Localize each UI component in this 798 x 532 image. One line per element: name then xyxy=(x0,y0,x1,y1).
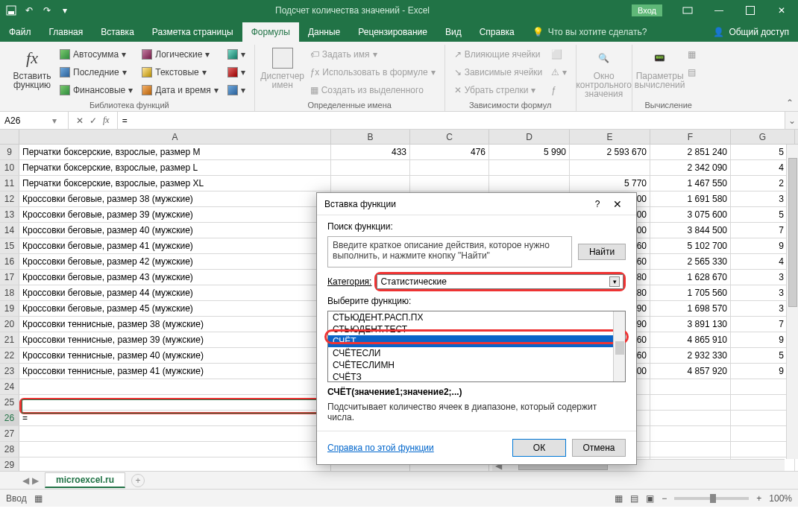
cell[interactable]: Перчатки боксерские, взрослые, размер L xyxy=(19,160,331,175)
view-layout-icon[interactable]: ▤ xyxy=(630,493,638,504)
row-header[interactable]: 10 xyxy=(0,160,19,175)
row-header[interactable]: 21 xyxy=(0,332,19,347)
sheet-next-icon[interactable]: ▶ xyxy=(32,475,39,486)
cell[interactable]: Кроссовки теннисные, размер 39 (мужские) xyxy=(19,332,331,347)
row-header[interactable]: 18 xyxy=(0,285,19,300)
col-header-a[interactable]: A xyxy=(19,130,331,144)
search-function-input[interactable]: Введите краткое описание действия, котор… xyxy=(327,236,572,267)
cell[interactable]: 2 565 330 xyxy=(650,254,731,269)
text-button[interactable]: Текстовые ▾ xyxy=(139,64,221,80)
row-header[interactable]: 24 xyxy=(0,379,19,394)
cell[interactable]: 5 990 xyxy=(489,145,570,159)
ribbon-display-icon[interactable] xyxy=(674,2,701,19)
vertical-scrollbar[interactable] xyxy=(786,145,798,459)
row-header[interactable]: 15 xyxy=(0,238,19,253)
formula-expand-icon[interactable]: ⌄ xyxy=(785,112,798,129)
name-box-input[interactable] xyxy=(4,115,49,126)
zoom-handle[interactable] xyxy=(710,494,716,503)
function-list-item[interactable]: СЧЁТЕСЛИ xyxy=(328,347,625,359)
cell[interactable] xyxy=(650,395,731,410)
menu-view[interactable]: Вид xyxy=(436,22,471,42)
cell[interactable]: 3 844 500 xyxy=(650,223,731,238)
function-listbox[interactable]: СТЬЮДЕНТ.РАСП.ПХСТЬЮДЕНТ.ТЕСТСЧЁТСЧЁТЕСЛ… xyxy=(327,311,626,382)
cell[interactable] xyxy=(650,411,731,425)
cell[interactable]: Кроссовки беговые, размер 44 (мужские) xyxy=(19,285,331,300)
row-header[interactable]: 27 xyxy=(0,426,19,441)
cell[interactable]: 5 770 xyxy=(570,176,650,191)
show-formulas-icon[interactable]: ⬜ xyxy=(548,46,569,63)
define-name-button[interactable]: 🏷Задать имя ▾ xyxy=(307,46,439,63)
more-fn-button[interactable]: ▾ xyxy=(224,82,248,98)
cell[interactable]: 2 593 670 xyxy=(570,145,650,159)
cell[interactable] xyxy=(19,426,331,441)
close-icon[interactable]: ✕ xyxy=(768,2,795,19)
function-list-item[interactable]: СТЬЮДЕНТ.ТЕСТ xyxy=(328,323,625,335)
view-normal-icon[interactable]: ▦ xyxy=(615,493,623,504)
row-header[interactable]: 23 xyxy=(0,364,19,379)
cell[interactable]: = xyxy=(19,411,331,425)
view-pagebreak-icon[interactable]: ▣ xyxy=(646,493,654,504)
col-header-g[interactable]: G xyxy=(731,130,795,144)
select-all-corner[interactable] xyxy=(0,130,19,144)
cell[interactable]: Кроссовки теннисные, размер 41 (мужские) xyxy=(19,364,331,379)
zoom-level[interactable]: 100% xyxy=(769,493,792,504)
scroll-thumb-v[interactable] xyxy=(788,158,797,307)
minimize-icon[interactable]: — xyxy=(706,2,732,19)
row-header[interactable]: 17 xyxy=(0,270,19,285)
lookup-button[interactable]: ▾ xyxy=(224,46,248,63)
watch-window-button[interactable]: 🔍 Окно контрольного значения xyxy=(582,45,626,99)
row-header[interactable]: 9 xyxy=(0,145,19,159)
cell[interactable] xyxy=(650,379,731,394)
menu-file[interactable]: Файл xyxy=(0,22,40,42)
function-help-link[interactable]: Справка по этой функции xyxy=(327,443,434,453)
accept-formula-icon[interactable]: ✓ xyxy=(89,115,97,126)
cell[interactable]: 4 857 920 xyxy=(650,364,731,379)
cell[interactable]: 1 698 570 xyxy=(650,301,731,316)
cell[interactable]: 1 705 560 xyxy=(650,285,731,300)
col-header-b[interactable]: B xyxy=(331,130,410,144)
col-header-d[interactable]: D xyxy=(489,130,570,144)
math-button[interactable]: ▾ xyxy=(224,64,248,80)
row-header[interactable]: 19 xyxy=(0,301,19,316)
menu-layout[interactable]: Разметка страницы xyxy=(143,22,242,42)
name-box-dropdown-icon[interactable]: ▾ xyxy=(52,115,57,126)
menu-data[interactable]: Данные xyxy=(299,22,349,42)
cell[interactable]: Кроссовки беговые, размер 39 (мужские) xyxy=(19,207,331,222)
row-header[interactable]: 12 xyxy=(0,191,19,206)
cell[interactable]: 1 467 550 xyxy=(650,176,731,191)
login-button[interactable]: Вход xyxy=(632,4,662,16)
function-list-item[interactable]: СЧЁТЗ xyxy=(328,371,625,382)
row-header[interactable]: 16 xyxy=(0,254,19,269)
redo-icon[interactable]: ↷ xyxy=(39,2,55,19)
row-header[interactable]: 29 xyxy=(0,457,19,471)
cell[interactable]: Кроссовки беговые, размер 40 (мужские) xyxy=(19,223,331,238)
tell-me-search[interactable]: 💡Что вы хотите сделать? xyxy=(524,22,656,42)
trace-dep-button[interactable]: ↘Зависимые ячейки xyxy=(451,64,546,80)
row-header[interactable]: 13 xyxy=(0,207,19,222)
save-icon[interactable] xyxy=(3,2,19,19)
datetime-button[interactable]: Дата и время ▾ xyxy=(139,82,221,98)
function-list-item[interactable]: СЧЁТЕСЛИМН xyxy=(328,359,625,371)
zoom-slider[interactable] xyxy=(674,497,749,500)
col-header-e[interactable]: E xyxy=(570,130,650,144)
name-box[interactable]: ▾ xyxy=(0,112,69,129)
formula-input[interactable]: = xyxy=(118,115,785,126)
cell[interactable] xyxy=(331,176,410,191)
cell[interactable]: 2 851 240 xyxy=(650,145,731,159)
maximize-icon[interactable] xyxy=(737,2,764,19)
row-header[interactable]: 22 xyxy=(0,348,19,363)
menu-help[interactable]: Справка xyxy=(471,22,524,42)
cell[interactable]: 3 075 600 xyxy=(650,207,731,222)
logical-button[interactable]: Логические ▾ xyxy=(139,46,221,63)
share-button[interactable]: 👤Общий доступ xyxy=(704,22,798,42)
dialog-help-icon[interactable]: ? xyxy=(588,199,606,209)
eval-formula-icon[interactable]: ƒ xyxy=(548,82,569,98)
listbox-scrollbar[interactable] xyxy=(613,311,625,381)
cell[interactable] xyxy=(331,160,410,175)
qat-dropdown-icon[interactable]: ▾ xyxy=(57,2,73,19)
function-list-item[interactable]: СТЬЮДЕНТ.РАСП.ПХ xyxy=(328,311,625,323)
cell[interactable]: 2 932 330 xyxy=(650,348,731,363)
cell[interactable]: Кроссовки беговые, размер 41 (мужские) xyxy=(19,238,331,253)
calc-sheet-icon[interactable]: ▤ xyxy=(685,64,699,80)
cell[interactable] xyxy=(650,426,731,441)
